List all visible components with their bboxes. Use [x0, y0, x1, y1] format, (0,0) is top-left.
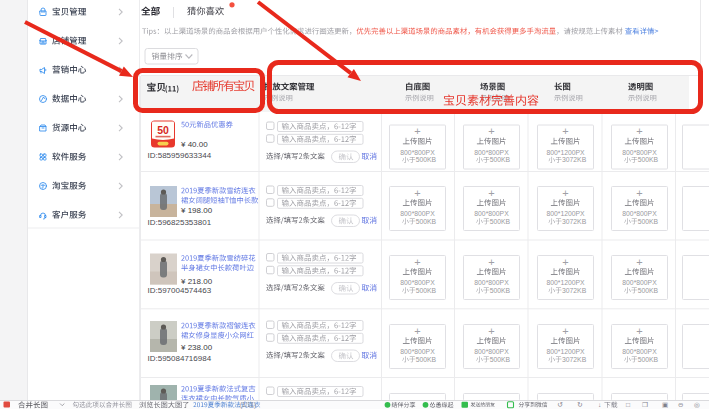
svg-text:□: □ [626, 401, 630, 408]
svg-text:ID:585959633344: ID:585959633344 [148, 151, 212, 160]
svg-text:500KB: 500KB [638, 287, 659, 294]
svg-text:500KB: 500KB [490, 287, 511, 294]
svg-text:+: + [414, 187, 420, 199]
svg-text:500KB: 500KB [638, 218, 659, 225]
svg-text:+: + [636, 187, 642, 199]
svg-text:800*800PX: 800*800PX [622, 149, 657, 156]
svg-text:800*800PX: 800*800PX [400, 210, 435, 217]
svg-text:ID:596825353801: ID:596825353801 [148, 218, 212, 227]
svg-text:+: + [488, 325, 494, 337]
svg-text:▣: ▣ [662, 401, 668, 408]
svg-text:800*1200PX: 800*1200PX [546, 210, 585, 217]
svg-text:800*800PX: 800*800PX [622, 279, 657, 286]
svg-text:500KB: 500KB [416, 218, 437, 225]
svg-text:+: + [488, 256, 494, 268]
svg-text:¥ 40.00: ¥ 40.00 [180, 140, 208, 149]
svg-text:+: + [562, 187, 568, 199]
svg-text:500KB: 500KB [416, 156, 437, 163]
svg-text:+: + [636, 256, 642, 268]
svg-text:500KB: 500KB [416, 356, 437, 363]
svg-text:50: 50 [157, 124, 169, 136]
svg-text:+: + [636, 325, 642, 337]
svg-text:¥ 238.00: ¥ 238.00 [180, 343, 213, 352]
svg-text:800*800PX: 800*800PX [400, 348, 435, 355]
svg-text:800*800PX: 800*800PX [474, 279, 509, 286]
svg-text:800*1200PX: 800*1200PX [546, 149, 585, 156]
svg-text:500KB: 500KB [490, 356, 511, 363]
svg-text:+: + [414, 325, 420, 337]
svg-text:¥ 218.00: ¥ 218.00 [180, 277, 213, 286]
svg-text:3072KB: 3072KB [562, 287, 587, 294]
svg-text:¥ 198.00: ¥ 198.00 [180, 206, 213, 215]
svg-text:800*800PX: 800*800PX [622, 348, 657, 355]
svg-text:+: + [562, 125, 568, 137]
svg-text:↻: ↻ [577, 401, 583, 408]
svg-text:❐: ❐ [642, 401, 648, 408]
svg-text:800*800PX: 800*800PX [474, 210, 509, 217]
svg-text:(1/11): (1/11) [240, 401, 256, 409]
svg-text:3072KB: 3072KB [562, 156, 587, 163]
svg-text:+: + [562, 325, 568, 337]
svg-text:800*1200PX: 800*1200PX [546, 348, 585, 355]
svg-text:+: + [562, 256, 568, 268]
svg-text:◎: ◎ [694, 401, 700, 408]
svg-text:+: + [488, 187, 494, 199]
svg-text:+: + [414, 125, 420, 137]
svg-text:800*800PX: 800*800PX [622, 210, 657, 217]
svg-text:500KB: 500KB [490, 218, 511, 225]
svg-text:800*800PX: 800*800PX [474, 149, 509, 156]
svg-text:ID:597004574463: ID:597004574463 [148, 286, 212, 295]
svg-text:⊝: ⊝ [678, 401, 684, 408]
svg-text:500KB: 500KB [416, 287, 437, 294]
svg-text:+: + [488, 125, 494, 137]
svg-text:+: + [636, 125, 642, 137]
svg-text:800*1200PX: 800*1200PX [546, 279, 585, 286]
svg-text:500KB: 500KB [638, 156, 659, 163]
svg-text:3072KB: 3072KB [562, 356, 587, 363]
svg-text:↺: ↺ [557, 401, 563, 408]
svg-text:ID:595084716984: ID:595084716984 [148, 354, 212, 363]
svg-text:500KB: 500KB [638, 356, 659, 363]
svg-text:800*800PX: 800*800PX [474, 348, 509, 355]
svg-text:800*800PX: 800*800PX [400, 149, 435, 156]
svg-text:800*800PX: 800*800PX [400, 279, 435, 286]
svg-text:+: + [414, 256, 420, 268]
svg-text:↓: ↓ [598, 401, 601, 408]
svg-text:500KB: 500KB [490, 156, 511, 163]
svg-text:3072KB: 3072KB [562, 218, 587, 225]
